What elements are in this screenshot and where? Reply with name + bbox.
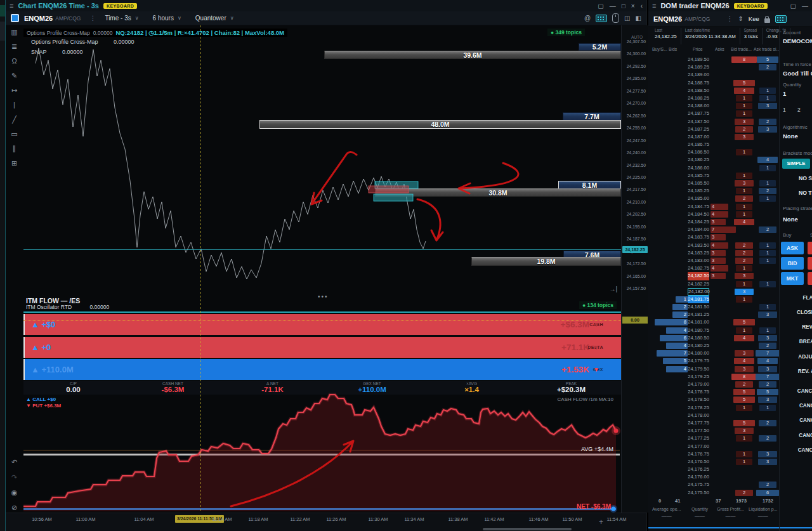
bids-size-bar[interactable]: 2 <box>672 304 688 310</box>
revers-button[interactable]: REVERS <box>781 324 812 330</box>
symbol-selector[interactable]: ENQM26 <box>24 15 53 22</box>
bid-trades-cell[interactable]: 5 <box>733 397 755 403</box>
ask-trades-cell[interactable]: 3 <box>758 103 777 109</box>
bids-size-bar[interactable]: 2 <box>672 311 688 318</box>
ladder-row[interactable]: 24,181.5021 <box>652 303 779 311</box>
ladder-price-cell[interactable]: 24,185.25 <box>688 187 709 195</box>
ladder-price-cell[interactable]: 24,182.25 <box>688 280 709 288</box>
ladder-row[interactable]: 24,182.2511 <box>652 280 779 288</box>
column-header[interactable]: Bid trade... <box>731 47 752 51</box>
ladder-price-cell[interactable]: 24,175.50 <box>688 489 709 497</box>
ladder-price-cell[interactable]: 24,189.50 <box>688 56 709 63</box>
asks-size-bar[interactable]: 3 <box>710 234 726 240</box>
ask-sell-button[interactable] <box>808 242 812 254</box>
ladder-price-cell[interactable]: 24,188.00 <box>688 102 709 110</box>
ladder-row[interactable]: 24,189.00 <box>652 71 779 79</box>
mouse-trading-icon[interactable] <box>612 13 619 23</box>
ladder-price-cell[interactable]: 24,180.25 <box>688 342 709 350</box>
bid-trades-cell[interactable]: 8 <box>731 374 757 380</box>
asks-size-bar[interactable]: 3 <box>710 219 726 225</box>
bid-trades-cell[interactable]: 3 <box>735 180 754 187</box>
bid-trades-cell[interactable]: 3 <box>735 366 754 372</box>
time-in-force-value[interactable]: Good Till Ca <box>783 70 812 77</box>
center-price-icon[interactable]: ⇕ <box>738 15 743 22</box>
indicator-legend-row[interactable]: Options Profile Cross-Map 0.00000 NQ:241… <box>23 29 287 37</box>
ladder-row[interactable]: 24,183.753 <box>652 233 779 241</box>
ask-trades-cell[interactable]: 7 <box>756 350 780 357</box>
ladder-row[interactable]: 24,183.25321 <box>652 249 779 257</box>
ladder-row[interactable]: 24,176.7513 <box>652 450 779 458</box>
ladder-price-cell[interactable]: 24,179.75 <box>688 357 709 365</box>
ladder-price-cell[interactable]: 24,179.25 <box>688 373 709 381</box>
ask-trades-cell[interactable]: 1 <box>759 258 776 264</box>
ladder-row[interactable]: 24,179.2587 <box>652 373 779 381</box>
bids-size-bar[interactable]: 5 <box>663 358 688 364</box>
bid-trades-cell[interactable]: 3 <box>735 289 754 295</box>
ask-trades-cell[interactable]: 4 <box>757 358 778 364</box>
ladder-price-cell[interactable]: 24,181.75 <box>688 296 709 303</box>
ladder-row[interactable]: 24,180.50643 <box>652 334 779 342</box>
ladder-row[interactable]: 24,185.5031 <box>652 180 779 187</box>
ask-trades-cell[interactable]: 3 <box>758 311 777 318</box>
fullscreen-icon[interactable]: ▢ <box>790 3 796 10</box>
ladder-price-cell[interactable]: 24,181.25 <box>688 311 709 318</box>
range-selector[interactable]: 6 hours <box>153 15 174 22</box>
ask-trades-cell[interactable]: 2 <box>759 64 776 70</box>
bid-trades-cell[interactable]: 2 <box>735 381 753 388</box>
adjust-sl-button[interactable]: ADJUST SL <box>781 354 812 360</box>
bid-trades-cell[interactable]: 1 <box>736 103 752 109</box>
ladder-price-cell[interactable]: 24,179.00 <box>688 381 709 388</box>
bid-trades-cell[interactable]: 1 <box>736 110 752 117</box>
account-value[interactable]: DEMOCOM <box>783 37 812 44</box>
bid-trades-cell[interactable]: 1 <box>736 459 752 465</box>
ladder-price-cell[interactable]: 24,188.75 <box>688 79 709 87</box>
column-header[interactable]: Bids <box>669 47 677 51</box>
no-sl-button[interactable]: NO SL <box>799 175 812 181</box>
ladder-row[interactable]: 24,177.503 <box>652 427 779 435</box>
bid-trades-cell[interactable]: 5 <box>733 420 755 426</box>
cursor-tool-icon[interactable]: ↦ <box>11 86 17 94</box>
layers-icon[interactable]: ≣ <box>11 43 17 50</box>
bid-trades-cell[interactable]: 3 <box>735 119 754 125</box>
ladder-price-cell[interactable]: 24,185.50 <box>688 180 709 187</box>
bid-trades-cell[interactable]: 1 <box>736 435 752 442</box>
column-header[interactable]: Price <box>693 47 703 51</box>
bid-trades-cell[interactable]: 1 <box>736 211 752 218</box>
minimize-icon[interactable]: — <box>610 3 616 10</box>
ladder-price-cell[interactable]: 24,184.00 <box>688 226 709 233</box>
ladder-price-cell[interactable]: 24,181.50 <box>688 303 709 311</box>
rectangle-tool-icon[interactable]: ▭ <box>11 130 17 138</box>
column-header[interactable]: Buy/S... <box>652 47 667 51</box>
cancel-li-button[interactable]: CANCEL LI <box>781 433 812 438</box>
indicator-legend-row[interactable]: Options Profile Cross-Map 0.00000 <box>31 39 134 45</box>
ask-trades-cell[interactable]: 1 <box>759 304 776 310</box>
object-manager-icon[interactable]: ⊞ <box>11 159 17 167</box>
visibility-eye-icon[interactable]: ◉ <box>11 488 18 497</box>
asks-size-bar[interactable]: 3 <box>710 258 726 264</box>
ladder-price-cell[interactable]: 24,183.25 <box>688 249 709 257</box>
price-axis[interactable]: 24,307.5024,300.0024,292.5024,285.0024,2… <box>621 25 648 513</box>
asks-size-bar[interactable]: 7 <box>710 226 736 233</box>
ask-trades-cell[interactable]: 2 <box>759 188 776 194</box>
bid-trades-cell[interactable]: 1 <box>736 405 752 411</box>
keyboard-trading-icon[interactable] <box>775 15 787 23</box>
ladder-row[interactable]: 24,187.5032 <box>652 118 779 126</box>
bids-size-bar[interactable]: 1 <box>676 296 688 303</box>
bids-size-bar[interactable]: 4 <box>666 327 688 334</box>
ladder-row[interactable]: 24,180.00737 <box>652 350 779 357</box>
ask-trades-cell[interactable]: 3 <box>758 126 777 133</box>
ladder-row[interactable]: 24,187.2523 <box>652 126 779 133</box>
ladder-row[interactable]: 24,184.7541 <box>652 203 779 211</box>
panel-layout-icon[interactable]: ◧ <box>636 15 641 22</box>
ladder-price-cell[interactable]: 24,183.00 <box>688 257 709 265</box>
ladder-price-cell[interactable]: 24,180.00 <box>688 350 709 357</box>
ladder-price-cell[interactable]: 24,183.50 <box>688 242 709 249</box>
hamburger-menu-icon[interactable]: ≡ <box>652 2 656 10</box>
ladder-price-cell[interactable]: 24,186.50 <box>688 148 709 156</box>
ask-trades-cell[interactable]: 1 <box>759 195 776 202</box>
kebab-menu-icon[interactable]: ⋮ <box>89 15 96 22</box>
template-selector[interactable]: Quantower <box>195 15 226 22</box>
bid-trades-cell[interactable]: 2 <box>735 195 753 202</box>
ladder-row[interactable]: 24,186.254 <box>652 156 779 164</box>
bid-trades-cell[interactable]: 1 <box>736 149 752 155</box>
